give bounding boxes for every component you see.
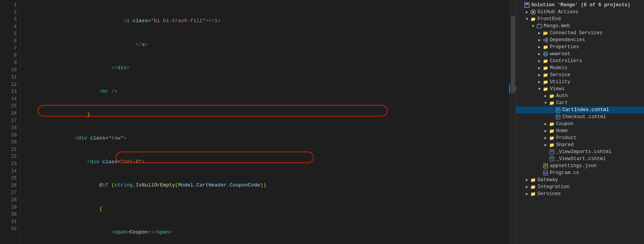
solution-root[interactable]: Solution 'Mango' (6 of 6 projects) [516,2,644,9]
integration-label: Integration [537,184,570,190]
dependencies-icon [542,37,549,43]
svg-text:C#: C# [544,172,547,175]
viewimports-icon [549,149,555,155]
sidebar-item-dependencies[interactable]: Dependencies [516,37,644,44]
cart-chevron [542,101,549,105]
wwwroot-icon [542,51,549,57]
cart-folder-icon: 📁 [549,100,555,106]
sidebar-item-product[interactable]: 📁 Product [516,134,644,141]
gateway-folder-icon: 📁 [530,177,536,183]
controllers-folder-icon: 📁 [542,58,549,64]
services-folder-icon: 📁 [530,191,536,197]
scrollbar-track[interactable] [510,0,516,244]
sidebar-item-wwwroot[interactable]: wwwroot [516,51,644,58]
utility-chevron [536,80,542,84]
sidebar-item-models[interactable]: 📁 Models [516,64,644,71]
views-label: Views [550,86,565,92]
viewstart-label: _ViewStart.cshtml [556,156,606,162]
solution-icon [524,2,530,8]
sidebar-item-cartindex[interactable]: CartIndex.cshtml [516,106,644,113]
svg-point-7 [546,40,548,42]
properties-folder-icon: 📁 [542,44,549,50]
sidebar-item-mango-web[interactable]: Mango.Web [516,23,644,30]
wwwroot-label: wwwroot [550,51,570,57]
coupon-label: Coupon [556,121,574,127]
sidebar-item-frontend[interactable]: 📁 FrontEnd [516,16,644,23]
svg-point-3 [532,11,534,13]
sidebar-item-views[interactable]: 📁 Views [516,85,644,92]
cartindex-icon [555,107,561,113]
code-line-10: <span>Coupon:</span> [26,228,510,236]
models-chevron [536,66,542,70]
solution-tree: Solution 'Mango' (6 of 6 projects) GitHu… [516,0,644,244]
code-line-1: <i class="bi bi-trash-fill"></i> [26,17,510,25]
sidebar-item-properties[interactable]: 📁 Properties [516,44,644,51]
sidebar-item-checkout[interactable]: Checkout.cshtml [516,113,644,120]
sidebar-item-auth[interactable]: 📁 Auth [516,92,644,99]
svg-point-6 [546,38,548,40]
sidebar-item-utility[interactable]: 📁 Utility [516,78,644,85]
code-line-8: @if (string.IsNullOrEmpty(Model.CartHead… [26,181,510,189]
views-chevron [536,87,542,91]
github-chevron [524,10,530,14]
sidebar-item-shared[interactable]: 📁 Shared [516,141,644,148]
coupon-chevron [542,122,549,126]
code-line-3: </div> [26,64,510,72]
code-line-7: <div class="col-6"> [26,158,510,166]
checkout-label: Checkout.cshtml [562,114,606,120]
product-label: Product [556,135,577,141]
code-line-6: <div class="row"> [26,134,510,142]
cartindex-label: CartIndex.cshtml [562,107,609,113]
shared-chevron [542,143,549,147]
product-chevron [542,136,549,140]
checkout-icon [555,114,561,120]
sidebar-item-services[interactable]: 📁 Services [516,190,644,197]
frontend-label: FrontEnd [537,16,561,22]
github-actions-label: GitHub Actions [537,9,578,15]
connectedservices-label: Connected Services [550,30,602,36]
shared-folder-icon: 📁 [549,142,555,148]
sidebar-item-programcs[interactable]: C# Program.cs [516,169,644,176]
scrollbar-indicator [514,87,516,90]
sidebar-item-connected-services[interactable]: 📂 Connected Services [516,30,644,37]
properties-label: Properties [550,44,579,50]
viewstart-icon [549,156,555,162]
sidebar-item-cart[interactable]: 📁 Cart [516,99,644,106]
sidebar-item-home[interactable]: 📁 Home [516,127,644,134]
solution-panel: Solution 'Mango' (6 of 6 projects) GitHu… [516,0,644,244]
sidebar-item-viewstart[interactable]: _ViewStart.cshtml [516,155,644,162]
sidebar-item-service[interactable]: 📁 Service [516,71,644,78]
code-content-wrapper: <i class="bi bi-trash-fill"></i> </a> </… [20,0,510,244]
solution-label: Solution 'Mango' (6 of 6 projects) [531,2,630,8]
auth-label: Auth [556,93,568,99]
views-folder-icon: 📁 [542,86,549,92]
appsettings-icon [542,163,549,169]
svg-rect-0 [525,3,529,7]
sidebar-item-coupon[interactable]: 📁 Coupon [516,120,644,127]
line-numbers: 1 2 3 4 5 6 7 8 9 10 11 12 13 14 15 16 1… [0,0,20,244]
gateway-label: Gateway [537,177,558,183]
services-chevron [524,192,530,196]
scrollbar-thumb[interactable] [511,16,515,93]
gateway-chevron [524,178,530,182]
sidebar-item-controllers[interactable]: 📁 Controllers [516,58,644,64]
code-line-4: <hr /> [26,88,510,96]
programcs-label: Program.cs [550,170,579,176]
frontend-chevron [524,17,530,21]
shared-label: Shared [556,142,574,148]
sidebar-item-github-actions[interactable]: GitHub Actions [516,9,644,16]
coupon-folder-icon: 📁 [549,121,555,127]
sidebar-item-appsettings[interactable]: appsettings.json [516,162,644,169]
code-line-2: </a> [26,41,510,49]
code-area: 1 2 3 4 5 6 7 8 9 10 11 12 13 14 15 16 1… [0,0,516,244]
dependencies-label: Dependencies [550,37,585,43]
sidebar-item-integration[interactable]: 📁 Integration [516,183,644,190]
service-folder-icon: 📁 [542,72,549,78]
service-chevron [536,73,542,77]
svg-rect-4 [537,24,542,28]
sidebar-item-viewimports[interactable]: _ViewImports.cshtml [516,148,644,155]
connectedservices-folder-icon: 📂 [542,30,549,36]
connectedservices-chevron [536,31,542,35]
models-folder-icon: 📁 [542,65,549,71]
sidebar-item-gateway[interactable]: 📁 Gateway [516,176,644,183]
